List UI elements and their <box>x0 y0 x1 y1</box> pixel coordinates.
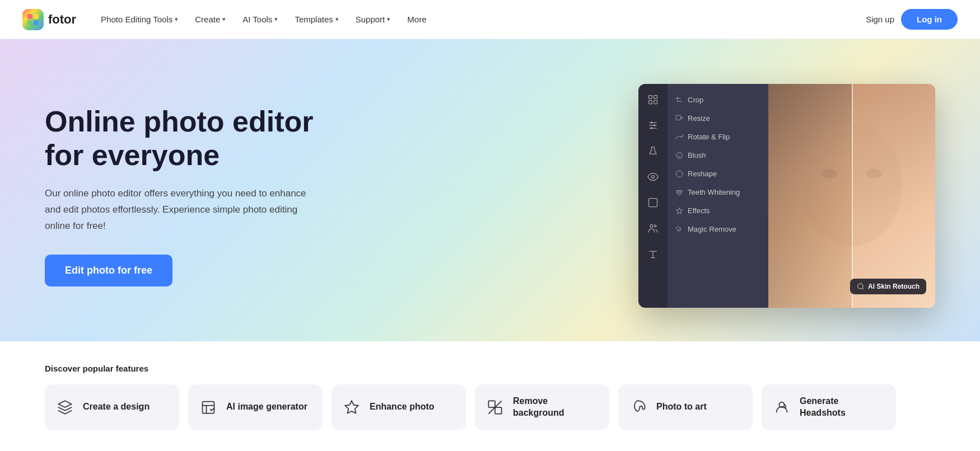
feature-enhance-label: Enhance photo <box>370 401 435 413</box>
svg-rect-6 <box>649 101 652 104</box>
feature-enhance-photo[interactable]: Enhance photo <box>332 384 466 430</box>
svg-rect-4 <box>649 96 652 99</box>
nav-ai-tools[interactable]: AI Tools ▾ <box>236 10 284 29</box>
signup-link[interactable]: Sign up <box>866 15 894 24</box>
svg-point-17 <box>655 225 656 227</box>
chevron-down-icon: ▾ <box>175 16 178 23</box>
svg-rect-3 <box>34 20 39 25</box>
svg-point-13 <box>651 127 652 129</box>
remove-bg-icon <box>485 397 505 417</box>
tool-blush[interactable]: Blush <box>668 146 768 165</box>
logo-icon <box>22 9 44 30</box>
editor-mockup: Crop Resize Rotate & Flip Blush Reshape <box>638 84 935 308</box>
sidebar-flask-icon[interactable] <box>645 143 661 159</box>
edit-photo-button[interactable]: Edit photo for free <box>45 255 172 286</box>
tool-resize[interactable]: Resize <box>668 109 768 128</box>
svg-rect-5 <box>654 96 657 99</box>
feature-photo-art-label: Photo to art <box>656 401 707 413</box>
feature-remove-background[interactable]: Remove background <box>475 384 609 430</box>
hero-title: Online photo editor for everyone <box>45 105 358 172</box>
sidebar-grid-icon[interactable] <box>645 92 661 107</box>
tool-magic-remove[interactable]: Magic Remove <box>668 220 768 238</box>
hero-section: Online photo editor for everyone Our onl… <box>0 39 980 341</box>
hero-right: Crop Resize Rotate & Flip Blush Reshape <box>358 84 935 308</box>
svg-point-16 <box>650 224 653 227</box>
login-button[interactable]: Log in <box>901 9 958 30</box>
svg-rect-15 <box>649 199 657 207</box>
navbar: fotor Photo Editing Tools ▾ Create ▾ AI … <box>0 0 980 39</box>
sidebar-people-icon[interactable] <box>645 220 661 236</box>
sidebar-square-icon[interactable] <box>645 195 661 210</box>
tool-crop[interactable]: Crop <box>668 91 768 109</box>
feature-create-design[interactable]: Create a design <box>45 384 179 430</box>
nav-more[interactable]: More <box>400 10 433 29</box>
tool-effects[interactable]: Effects <box>668 201 768 220</box>
features-grid: Create a design AI image generator Enhan… <box>45 384 935 430</box>
split-divider <box>852 84 853 308</box>
svg-rect-32 <box>495 407 502 414</box>
svg-marker-30 <box>345 401 358 413</box>
nav-support[interactable]: Support ▾ <box>349 10 398 29</box>
svg-rect-29 <box>203 401 214 413</box>
svg-rect-31 <box>488 401 495 407</box>
nav-templates[interactable]: Templates ▾ <box>288 10 345 29</box>
feature-generate-headshots[interactable]: Generate Headshots <box>762 384 896 430</box>
svg-point-14 <box>652 176 655 178</box>
ai-skin-retouch-badge: AI Skin Retouch <box>850 279 926 294</box>
nav-photo-editing[interactable]: Photo Editing Tools ▾ <box>94 10 185 29</box>
tool-rotate[interactable]: Rotate & Flip <box>668 128 768 146</box>
nav-items: Photo Editing Tools ▾ Create ▾ AI Tools … <box>94 10 866 29</box>
headshots-icon <box>772 397 792 417</box>
feature-ai-image-generator[interactable]: AI image generator <box>188 384 323 430</box>
logo[interactable]: fotor <box>22 9 76 30</box>
sidebar-sliders-icon[interactable] <box>645 118 661 133</box>
ai-gen-icon <box>198 397 218 417</box>
art-icon <box>628 397 648 417</box>
enhance-icon <box>342 397 362 417</box>
design-icon <box>55 397 75 417</box>
features-section: Discover popular features Create a desig… <box>0 341 980 451</box>
sidebar-text-icon[interactable] <box>645 246 661 262</box>
chevron-down-icon: ▾ <box>387 16 390 23</box>
svg-point-11 <box>651 121 652 123</box>
feature-headshots-label: Generate Headshots <box>800 396 886 419</box>
features-label: Discover popular features <box>45 364 935 373</box>
svg-rect-2 <box>27 20 32 25</box>
hero-description: Our online photo editor offers everythin… <box>45 186 314 234</box>
svg-point-12 <box>654 124 655 126</box>
svg-rect-18 <box>676 115 680 120</box>
editor-panel: Crop Resize Rotate & Flip Blush Reshape <box>668 84 768 308</box>
hero-left: Online photo editor for everyone Our onl… <box>45 105 358 286</box>
brand-name: fotor <box>48 12 76 27</box>
feature-remove-bg-label: Remove background <box>513 396 599 419</box>
feature-create-design-label: Create a design <box>83 401 150 413</box>
feature-photo-to-art[interactable]: Photo to art <box>618 384 753 430</box>
svg-point-19 <box>676 152 683 158</box>
nav-right: Sign up Log in <box>866 9 958 30</box>
chevron-down-icon: ▾ <box>222 16 226 23</box>
svg-marker-23 <box>676 208 683 214</box>
svg-rect-1 <box>34 14 39 19</box>
feature-ai-gen-label: AI image generator <box>226 401 307 413</box>
svg-point-27 <box>858 284 863 289</box>
nav-create[interactable]: Create ▾ <box>188 10 232 29</box>
editor-sidebar <box>638 84 668 308</box>
photo-area: AI Skin Retouch <box>768 84 935 308</box>
svg-rect-0 <box>27 14 32 19</box>
tool-teeth-whitening[interactable]: Teeth Whitening <box>668 183 768 201</box>
chevron-down-icon: ▾ <box>335 16 339 23</box>
svg-rect-7 <box>654 101 657 104</box>
tool-reshape[interactable]: Reshape <box>668 165 768 183</box>
chevron-down-icon: ▾ <box>274 16 278 23</box>
sidebar-eye-icon[interactable] <box>645 169 661 185</box>
